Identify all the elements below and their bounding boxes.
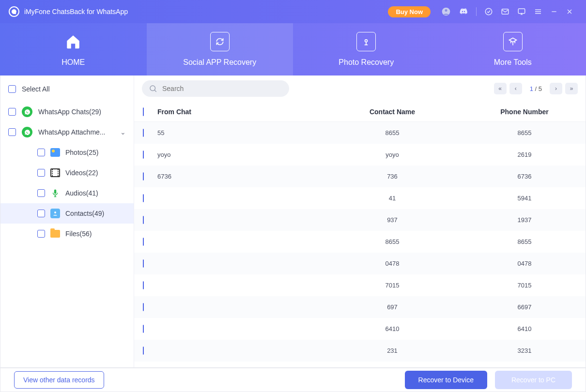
checkbox[interactable] — [143, 259, 144, 268]
cell-phone-number: 6410 — [472, 325, 577, 332]
header-contact-name: Contact Name — [312, 108, 472, 116]
discord-icon[interactable] — [459, 7, 468, 16]
table-row[interactable]: 6976697 — [134, 296, 586, 318]
contacts-icon — [50, 208, 61, 219]
photos-icon — [50, 147, 61, 158]
page-last-button[interactable]: » — [565, 83, 578, 94]
sidebar-whatsapp-attachments[interactable]: WhatsApp Attachme... ⌄ — [0, 122, 134, 142]
home-icon — [63, 32, 83, 51]
update-icon[interactable] — [484, 7, 493, 16]
cell-from-chat: 6736 — [157, 173, 312, 180]
checkbox[interactable] — [37, 189, 45, 197]
sidebar-audios[interactable]: Audios(41) — [0, 183, 134, 203]
checkbox[interactable] — [143, 172, 144, 181]
audios-icon — [50, 188, 61, 198]
search-box[interactable] — [142, 80, 289, 97]
cell-contact-name: 231 — [312, 347, 472, 354]
sidebar-files[interactable]: Files(56) — [0, 224, 134, 244]
tab-home[interactable]: HOME — [0, 23, 147, 75]
checkbox[interactable] — [143, 129, 144, 137]
main-panel: « ‹ 1 / 5 › » From Chat Contact Name Pho… — [134, 75, 586, 367]
buy-now-button[interactable]: Buy Now — [388, 6, 431, 17]
sidebar-whatsapp-chats[interactable]: WhatsApp Chats(29) — [0, 102, 134, 122]
table-header: From Chat Contact Name Phone Number — [134, 102, 586, 122]
page-first-button[interactable]: « — [494, 83, 507, 94]
page-next-button[interactable]: › — [550, 83, 562, 94]
refresh-icon — [210, 32, 230, 51]
chevron-down-icon: ⌄ — [120, 128, 126, 136]
checkbox[interactable] — [37, 169, 45, 177]
cell-contact-name: 8655 — [312, 129, 472, 136]
page-prev-button[interactable]: ‹ — [509, 83, 522, 94]
checkbox[interactable] — [37, 149, 45, 156]
checkbox[interactable] — [143, 216, 144, 224]
whatsapp-icon — [22, 127, 32, 137]
sidebar-select-all[interactable]: Select All — [0, 80, 134, 98]
cell-phone-number: 5941 — [472, 195, 577, 202]
checkbox[interactable] — [143, 303, 144, 311]
cell-contact-name: 41 — [312, 195, 472, 202]
sidebar-videos[interactable]: Videos(22) — [0, 163, 134, 183]
table-row[interactable]: 64106410 — [134, 318, 586, 340]
cell-contact-name: 7015 — [312, 282, 472, 289]
table-row[interactable]: 86558655 — [134, 231, 586, 253]
cell-phone-number: 8655 — [472, 129, 577, 136]
checkbox[interactable] — [143, 238, 144, 246]
table-row[interactable]: 2313231 — [134, 340, 586, 362]
checkbox[interactable] — [37, 230, 45, 238]
main-nav: HOME Social APP Recovery Photo Recovery … — [0, 23, 586, 75]
sidebar-contacts[interactable]: Contacts(49) — [0, 203, 134, 224]
recover-to-device-button[interactable]: Recover to Device — [405, 371, 487, 389]
close-icon[interactable] — [566, 8, 573, 15]
feedback-icon[interactable] — [517, 7, 526, 16]
checkbox[interactable] — [143, 281, 144, 289]
avatar-icon[interactable] — [441, 7, 451, 16]
tab-more-tools[interactable]: More Tools — [440, 23, 586, 75]
checkbox[interactable] — [8, 128, 16, 136]
view-other-records-button[interactable]: View other data records — [14, 371, 104, 389]
cell-from-chat: yoyo — [157, 151, 312, 158]
table-row[interactable]: yoyoyoyo2619 — [134, 144, 586, 166]
minimize-icon[interactable] — [550, 8, 558, 15]
table-row[interactable]: 9371937 — [134, 209, 586, 231]
checkbox[interactable] — [143, 325, 144, 333]
table-row[interactable]: 04780478 — [134, 253, 586, 274]
videos-icon — [50, 167, 61, 178]
checkbox[interactable] — [37, 210, 45, 217]
cell-contact-name: 8655 — [312, 238, 472, 245]
svg-point-8 — [150, 86, 155, 91]
tools-icon — [503, 32, 523, 51]
header-phone-number: Phone Number — [472, 108, 577, 116]
menu-icon[interactable] — [534, 7, 542, 16]
checkbox[interactable] — [143, 151, 144, 159]
table-row[interactable]: 415941 — [134, 187, 586, 209]
svg-point-5 — [365, 40, 368, 42]
sidebar-photos[interactable]: Photos(25) — [0, 142, 134, 163]
checkbox-all[interactable] — [143, 107, 144, 116]
table-row[interactable]: 5586558655 — [134, 122, 586, 144]
cell-phone-number: 7015 — [472, 282, 577, 289]
content-area: Select All WhatsApp Chats(29) WhatsApp A… — [0, 75, 586, 368]
checkbox[interactable] — [143, 347, 144, 355]
checkbox[interactable] — [8, 108, 16, 116]
cell-phone-number: 6736 — [472, 173, 577, 180]
table-row[interactable]: 67367366736 — [134, 166, 586, 187]
header-from-chat: From Chat — [157, 108, 312, 116]
search-input[interactable] — [162, 85, 282, 92]
cell-phone-number: 6697 — [472, 303, 577, 311]
tab-social-recovery[interactable]: Social APP Recovery — [147, 23, 293, 75]
svg-point-2 — [485, 8, 492, 15]
checkbox[interactable] — [143, 194, 144, 202]
svg-rect-6 — [54, 190, 57, 194]
files-icon — [50, 228, 61, 239]
table-row[interactable]: 70157015 — [134, 274, 586, 296]
tab-photo-recovery[interactable]: Photo Recovery — [293, 23, 440, 75]
footer: View other data records Recover to Devic… — [0, 368, 586, 392]
app-title: iMyFone ChatsBack for WhatsApp — [24, 8, 128, 15]
titlebar: iMyFone ChatsBack for WhatsApp Buy Now — [0, 0, 586, 23]
whatsapp-icon — [22, 106, 32, 117]
cell-phone-number: 8655 — [472, 238, 577, 245]
checkbox[interactable] — [8, 85, 16, 93]
app-logo-icon — [9, 6, 19, 17]
mail-icon[interactable] — [501, 7, 509, 16]
